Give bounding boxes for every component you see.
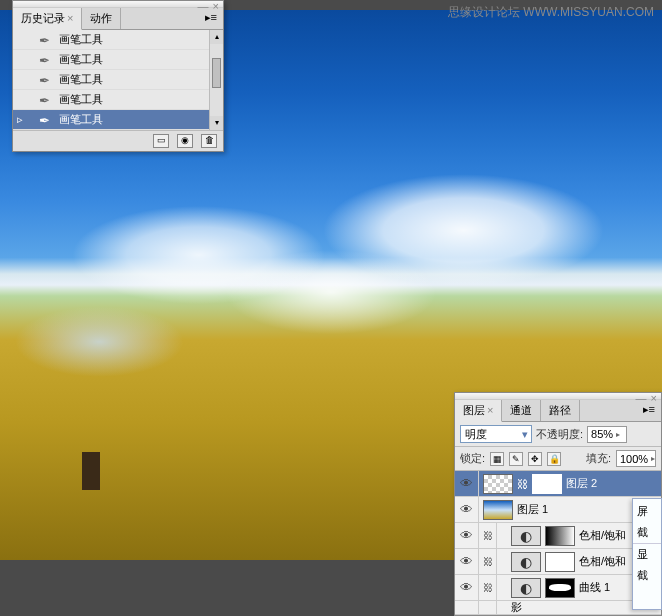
visibility-toggle[interactable]: 👁 xyxy=(455,523,479,548)
adjustment-thumbnail[interactable] xyxy=(511,552,541,572)
lock-all-icon[interactable]: 🔒 xyxy=(547,452,561,466)
link-icon[interactable]: ⛓ xyxy=(479,575,497,600)
lock-transparency-icon[interactable]: ▦ xyxy=(490,452,504,466)
tab-paths[interactable]: 路径 xyxy=(541,400,580,421)
layer-name[interactable]: 色相/饱和 xyxy=(579,528,626,543)
minimize-icon[interactable]: — xyxy=(636,392,647,404)
link-icon[interactable]: ⛓ xyxy=(479,523,497,548)
lock-controls: 锁定: ▦ ✎ ✥ 🔒 填充: 100% xyxy=(455,447,661,471)
mask-link-icon[interactable]: ⛓ xyxy=(517,478,528,490)
eye-icon: 👁 xyxy=(460,580,473,595)
layer-row[interactable]: 👁 图层 1 xyxy=(455,497,661,523)
layer-name[interactable]: 色相/饱和 xyxy=(579,554,626,569)
tab-actions[interactable]: 动作 xyxy=(82,8,121,29)
visibility-toggle[interactable]: 👁 xyxy=(455,575,479,600)
panel-drag-bar[interactable]: — × xyxy=(13,1,223,8)
scrollbar[interactable]: ▴ ▾ xyxy=(209,30,223,130)
brush-icon xyxy=(39,73,53,87)
eye-icon: 👁 xyxy=(460,476,473,491)
tab-layers[interactable]: 图层× xyxy=(455,400,502,422)
close-icon[interactable]: × xyxy=(651,392,657,404)
fill-input[interactable]: 100% xyxy=(616,450,656,467)
panel-drag-bar[interactable]: — × xyxy=(455,393,661,400)
layer-row[interactable]: 👁 ⛓ 色相/饱和 xyxy=(455,549,661,575)
blend-controls: 明度 不透明度: 85% xyxy=(455,422,661,447)
layer-name[interactable]: 图层 2 xyxy=(566,476,597,491)
layer-name[interactable]: 图层 1 xyxy=(517,502,548,517)
history-panel: — × 历史记录× 动作 ▸≡ 画笔工具 画笔工具 画笔工具 画笔工具 ▹画笔工… xyxy=(12,0,224,152)
layer-name[interactable]: 影 xyxy=(511,601,522,615)
visibility-toggle[interactable] xyxy=(455,601,479,614)
blend-mode-dropdown[interactable]: 明度 xyxy=(460,425,532,443)
layer-thumbnail[interactable] xyxy=(483,500,513,520)
layers-panel: — × 图层× 通道 路径 ▸≡ 明度 不透明度: 85% 锁定: ▦ ✎ ✥ … xyxy=(454,392,662,616)
minimize-icon[interactable]: — xyxy=(198,0,209,12)
visibility-toggle[interactable]: 👁 xyxy=(455,471,479,496)
history-item[interactable]: 画笔工具 xyxy=(13,90,223,110)
menu-item[interactable]: 显 xyxy=(633,543,661,565)
link-icon[interactable]: ⛓ xyxy=(479,549,497,574)
tab-channels[interactable]: 通道 xyxy=(502,400,541,421)
menu-item[interactable]: 屏 xyxy=(633,501,661,522)
adjustment-thumbnail[interactable] xyxy=(511,578,541,598)
watermark-text: 思缘设计论坛 WWW.MISSYUAN.COM xyxy=(448,4,654,21)
fill-label: 填充: xyxy=(586,451,611,466)
mask-thumbnail[interactable] xyxy=(532,474,562,494)
layer-row[interactable]: 👁 ⛓ 曲线 1 xyxy=(455,575,661,601)
adjustment-thumbnail[interactable] xyxy=(511,526,541,546)
history-tabs: 历史记录× 动作 ▸≡ xyxy=(13,8,223,30)
brush-icon xyxy=(39,93,53,107)
scroll-down-icon[interactable]: ▾ xyxy=(210,116,223,130)
scroll-thumb[interactable] xyxy=(212,58,221,88)
brush-icon xyxy=(39,53,53,67)
mask-thumbnail[interactable] xyxy=(545,578,575,598)
history-footer: ▭ ◉ 🗑 xyxy=(13,130,223,151)
canvas-content xyxy=(82,452,100,490)
eye-icon: 👁 xyxy=(460,554,473,569)
eye-icon: 👁 xyxy=(460,528,473,543)
layers-tabs: 图层× 通道 路径 ▸≡ xyxy=(455,400,661,422)
tab-close-icon[interactable]: × xyxy=(67,12,73,24)
link-icon[interactable] xyxy=(479,601,497,614)
lock-label: 锁定: xyxy=(460,451,485,466)
opacity-input[interactable]: 85% xyxy=(587,426,627,443)
history-state-marker: ▹ xyxy=(17,113,31,126)
brush-icon xyxy=(39,33,53,47)
mask-thumbnail[interactable] xyxy=(545,552,575,572)
history-item[interactable]: 画笔工具 xyxy=(13,30,223,50)
layer-row[interactable]: 👁 ⛓ 图层 2 xyxy=(455,471,661,497)
snapshot-icon[interactable]: ◉ xyxy=(177,134,193,148)
menu-item[interactable]: 截 xyxy=(633,565,661,586)
lock-pixels-icon[interactable]: ✎ xyxy=(509,452,523,466)
layer-thumbnail[interactable] xyxy=(483,474,513,494)
visibility-toggle[interactable]: 👁 xyxy=(455,497,479,522)
tab-close-icon[interactable]: × xyxy=(487,404,493,416)
tab-history[interactable]: 历史记录× xyxy=(13,8,82,30)
history-item[interactable]: 画笔工具 xyxy=(13,70,223,90)
layer-row[interactable]: 👁 ⛓ 色相/饱和 xyxy=(455,523,661,549)
lock-position-icon[interactable]: ✥ xyxy=(528,452,542,466)
new-document-icon[interactable]: ▭ xyxy=(153,134,169,148)
visibility-toggle[interactable]: 👁 xyxy=(455,549,479,574)
layer-name[interactable]: 曲线 1 xyxy=(579,580,610,595)
layer-list: 👁 ⛓ 图层 2 👁 图层 1 👁 ⛓ 色相/饱和 xyxy=(455,471,661,615)
menu-item[interactable]: 截 xyxy=(633,522,661,543)
history-item[interactable]: 画笔工具 xyxy=(13,50,223,70)
history-item[interactable]: ▹画笔工具 xyxy=(13,110,223,130)
delete-icon[interactable]: 🗑 xyxy=(201,134,217,148)
eye-icon: 👁 xyxy=(460,502,473,517)
mask-thumbnail[interactable] xyxy=(545,526,575,546)
history-list: 画笔工具 画笔工具 画笔工具 画笔工具 ▹画笔工具 ▴ ▾ xyxy=(13,30,223,130)
scroll-up-icon[interactable]: ▴ xyxy=(210,30,223,44)
opacity-label: 不透明度: xyxy=(536,427,583,442)
context-menu: 屏 截 显 截 xyxy=(632,498,662,610)
close-icon[interactable]: × xyxy=(213,0,219,12)
brush-icon xyxy=(39,113,53,127)
layer-row[interactable]: 影 xyxy=(455,601,661,615)
